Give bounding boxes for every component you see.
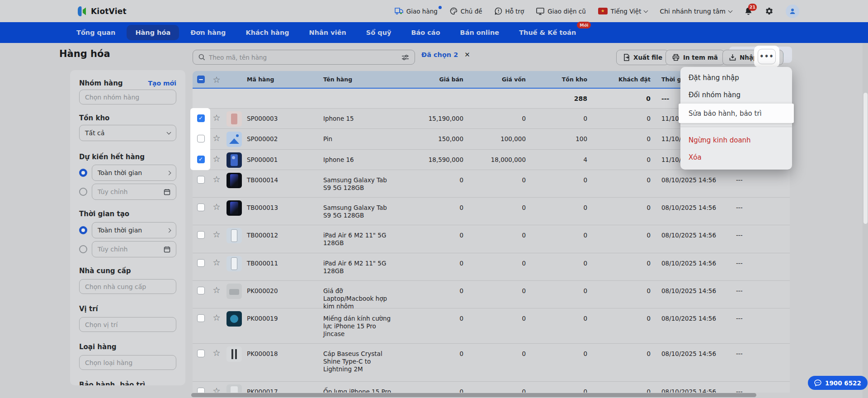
product-name[interactable]: Pin (319, 129, 398, 143)
filter-sliders-icon[interactable] (401, 54, 409, 61)
favorite-star-icon[interactable]: ☆ (209, 170, 224, 184)
select-all-checkbox[interactable] (193, 76, 209, 83)
favorite-star-icon[interactable]: ☆ (209, 150, 224, 164)
print-label-button[interactable]: In tem mã (665, 50, 725, 65)
context-menu-item-danger[interactable]: Xóa (680, 149, 792, 166)
nav-item[interactable]: Hàng hóa (127, 25, 179, 40)
support-hotline-button[interactable]: 1900 6522 (808, 376, 868, 390)
col-cost-price[interactable]: Giá vốn (463, 76, 526, 83)
supplier-filter-input[interactable] (79, 279, 176, 294)
table-row[interactable]: ☆ PK000019 Miếng dán kính cường lực iPho… (193, 308, 790, 344)
created-custom-option[interactable]: Tùy chỉnh (92, 241, 176, 257)
group-filter-input[interactable] (79, 90, 176, 104)
favorite-star-icon[interactable]: ☆ (209, 253, 224, 267)
product-code[interactable]: SP000001 (244, 150, 319, 163)
favorite-star-icon[interactable]: ☆ (209, 308, 224, 322)
favorite-star-icon[interactable]: ☆ (209, 198, 224, 212)
product-code[interactable]: SP000003 (244, 109, 319, 122)
product-name[interactable]: Iphone 16 (319, 150, 398, 164)
product-name[interactable]: Cáp Baseus Crystal Shine Type-C to Light… (319, 344, 398, 373)
product-code[interactable]: TB000011 (244, 253, 319, 267)
product-name[interactable]: Miếng dán kính cường lực iPhone 15 Pro J… (319, 308, 398, 338)
product-name[interactable]: iPad Air 6 M2 11" 5G 128GB (319, 225, 398, 247)
favorite-star-icon[interactable]: ☆ (209, 129, 224, 143)
col-customer-orders[interactable]: Khách đặt (587, 76, 652, 83)
product-name[interactable]: Ốp lưng iPhone 15 Pro (319, 382, 398, 393)
table-row[interactable]: ☆ TB000012 iPad Air 6 M2 11" 5G 128GB 0 … (193, 225, 790, 253)
search-bar[interactable] (193, 50, 415, 65)
nav-item[interactable]: Bán online (452, 25, 508, 40)
table-row[interactable]: ☆ TB000011 iPad Air 6 M2 11" 5G 128GB 0 … (193, 253, 790, 281)
favorite-star-icon[interactable]: ☆ (209, 382, 224, 393)
product-name[interactable]: Samsung Galaxy Tab S9 5G 128GB (319, 198, 398, 219)
nav-item[interactable]: Khách hàng (237, 25, 297, 40)
product-code[interactable]: SP000002 (244, 129, 319, 142)
forecast-alltime-option[interactable]: Toàn thời gian (92, 165, 176, 181)
language-selector[interactable]: ★ Tiếng Việt (598, 8, 648, 15)
col-stock[interactable]: Tồn kho (526, 76, 587, 83)
table-row[interactable]: ☆ PK000020 Giá đỡ Laptop/Macbook hợp kim… (193, 281, 790, 308)
context-menu-item-danger[interactable]: Ngừng kinh doanh (680, 132, 792, 149)
user-avatar[interactable] (786, 5, 799, 18)
close-icon[interactable]: ✕ (464, 51, 470, 59)
row-checkbox[interactable] (193, 129, 209, 142)
favorite-star-icon[interactable]: ☆ (209, 281, 224, 295)
product-code[interactable]: PK000018 (244, 344, 319, 357)
nav-item[interactable]: Đơn hàng (182, 25, 234, 40)
row-checkbox[interactable] (193, 150, 209, 163)
table-row[interactable]: ☆ TB000013 Samsung Galaxy Tab S9 5G 128G… (193, 198, 790, 225)
horizontal-scrollbar-thumb[interactable] (191, 393, 756, 397)
favorite-star-icon[interactable]: ☆ (209, 344, 224, 358)
settings-button[interactable] (765, 7, 774, 15)
notifications-button[interactable]: 21 (744, 7, 753, 16)
nav-item[interactable]: Sổ quỹ (358, 25, 400, 40)
nav-item[interactable]: Nhân viên (301, 25, 355, 40)
radio-selected[interactable] (79, 226, 87, 234)
nav-item[interactable]: Thuế & Kế toánMới (510, 25, 585, 40)
row-checkbox[interactable] (193, 225, 209, 239)
table-row[interactable]: ☆ PK000017 Ốp lưng iPhone 15 Pro 0 0 0 0… (193, 382, 790, 393)
product-name[interactable]: Samsung Galaxy Tab S9 5G 128GB (319, 170, 398, 192)
table-row[interactable]: ☆ PK000018 Cáp Baseus Crystal Shine Type… (193, 344, 790, 382)
product-code[interactable]: PK000019 (244, 308, 319, 322)
radio-unselected[interactable] (79, 188, 87, 196)
vertical-scrollbar-thumb[interactable] (863, 93, 868, 224)
branch-selector[interactable]: Chi nhánh trung tâm (660, 8, 732, 15)
row-checkbox[interactable] (193, 109, 209, 122)
product-name[interactable]: Iphone 15 (319, 109, 398, 123)
product-name[interactable]: Giá đỡ Laptop/Macbook hợp kim nhôm (319, 281, 398, 310)
created-alltime-option[interactable]: Toàn thời gian (92, 222, 176, 238)
forecast-custom-option[interactable]: Tùy chỉnh (92, 184, 176, 200)
row-checkbox[interactable] (193, 382, 209, 393)
topbar-item-old-ui[interactable]: Giao diện cũ (536, 8, 586, 15)
export-file-button[interactable]: Xuất file (616, 50, 669, 65)
col-code[interactable]: Mã hàng (244, 76, 319, 83)
topbar-item-theme[interactable]: Chủ đề (450, 7, 482, 15)
location-filter-input[interactable] (79, 317, 176, 332)
product-code[interactable]: PK000020 (244, 281, 319, 294)
context-menu-item[interactable]: Sửa bảo hành, bảo trì (679, 104, 794, 123)
radio-unselected[interactable] (79, 245, 87, 253)
product-code[interactable]: TB000014 (244, 170, 319, 184)
more-actions-button[interactable]: ••• (758, 49, 776, 64)
context-menu-item[interactable]: Đổi nhóm hàng (680, 86, 792, 104)
favorite-star-icon[interactable]: ☆ (209, 225, 224, 239)
nav-item[interactable]: Tổng quan (68, 25, 124, 40)
create-group-link[interactable]: Tạo mới (148, 80, 177, 87)
row-checkbox[interactable] (193, 170, 209, 184)
topbar-item-delivery[interactable]: Giao hàng (395, 8, 438, 15)
product-code[interactable]: TB000012 (244, 225, 319, 239)
vertical-scrollbar[interactable] (863, 43, 868, 398)
row-checkbox[interactable] (193, 308, 209, 322)
search-input[interactable] (209, 54, 398, 61)
col-sell-price[interactable]: Giá bán (398, 76, 463, 83)
row-checkbox[interactable] (193, 198, 209, 211)
row-checkbox[interactable] (193, 281, 209, 294)
favorite-star-icon[interactable]: ☆ (209, 75, 224, 85)
selected-chip-label[interactable]: Đã chọn 2 (421, 51, 458, 58)
context-menu-item[interactable]: Đặt hàng nhập (680, 69, 792, 86)
table-row[interactable]: ☆ TB000014 Samsung Galaxy Tab S9 5G 128G… (193, 170, 790, 198)
product-code[interactable]: TB000013 (244, 198, 319, 211)
col-name[interactable]: Tên hàng (319, 76, 398, 83)
favorite-star-icon[interactable]: ☆ (209, 109, 224, 123)
